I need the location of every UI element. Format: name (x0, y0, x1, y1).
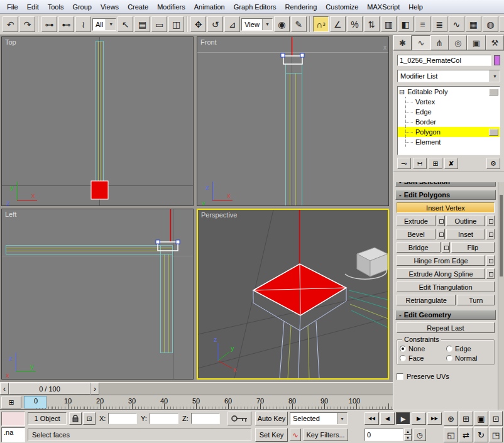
min-max-toggle-button[interactable]: ◳ (489, 427, 503, 442)
command-panel-scrollbar[interactable] (498, 182, 504, 410)
zoom-button[interactable]: ⊕ (444, 411, 458, 426)
spinner-snap-button[interactable]: ⇅ (364, 16, 380, 32)
constraint-normal-radio[interactable]: Normal (446, 354, 491, 362)
frame-spinner[interactable]: ▲ ▼ (404, 429, 412, 441)
current-frame-field[interactable] (364, 429, 403, 441)
select-and-manipulate-button[interactable]: ✎ (291, 16, 307, 32)
viewport-front[interactable]: Front x z x y (197, 36, 389, 206)
snaps-toggle-button[interactable]: ∩3 (313, 16, 329, 32)
menu-create[interactable]: Create (123, 1, 153, 13)
outline-button[interactable]: Outline (446, 216, 485, 226)
bevel-settings-button[interactable] (437, 229, 445, 239)
arc-rotate-button[interactable]: ↻ (474, 427, 488, 442)
hinge-settings-button[interactable] (486, 255, 495, 266)
stack-item-vertex[interactable]: Vertex (398, 97, 500, 107)
menu-animation[interactable]: Animation (190, 1, 229, 13)
select-and-move-button[interactable]: ✥ (190, 16, 206, 32)
redo-button[interactable]: ↷ (19, 16, 35, 32)
select-and-scale-button[interactable]: ⊿ (224, 16, 240, 32)
stack-item-border[interactable]: Border (398, 117, 500, 127)
curve-editor-button[interactable]: ∿ (449, 16, 464, 32)
select-and-rotate-button[interactable]: ↺ (207, 16, 223, 32)
time-slider[interactable]: ‹ 0 / 100 › (0, 382, 393, 395)
preserve-uvs-checkbox-row[interactable]: Preserve UVs (397, 373, 495, 380)
go-to-end-button[interactable]: ▶▶ (427, 412, 442, 425)
tab-hierarchy[interactable]: ⋔ (430, 35, 449, 50)
go-to-start-button[interactable]: ◀◀ (364, 412, 379, 425)
bridge-button[interactable]: Bridge (397, 242, 441, 253)
menu-help[interactable]: Help (404, 1, 427, 13)
menu-views[interactable]: Views (96, 1, 123, 13)
schematic-view-button[interactable]: ▦ (466, 16, 481, 32)
time-slider-next-button[interactable]: › (90, 383, 99, 395)
undo-button[interactable]: ↶ (3, 16, 18, 32)
selection-filter-combo[interactable]: All ▼ (92, 18, 116, 31)
x-coordinate-field[interactable] (108, 413, 137, 424)
zoom-extents-all-button[interactable]: ⊡ (489, 411, 503, 426)
menu-file[interactable]: File (3, 1, 23, 13)
set-keys-button[interactable] (227, 412, 251, 425)
menu-group[interactable]: Group (68, 1, 96, 13)
layer-manager-button[interactable]: ≣ (432, 16, 447, 32)
tab-modify[interactable]: ∿ (412, 35, 430, 50)
menu-customize[interactable]: Customize (321, 1, 363, 13)
key-filters-button[interactable]: Key Filters... (303, 429, 348, 441)
use-pivot-center-button[interactable]: ◉ (274, 16, 290, 32)
inset-settings-button[interactable] (486, 229, 495, 239)
maxscript-mini-listener[interactable]: .na (1, 427, 25, 442)
menu-graph-editors[interactable]: Graph Editors (229, 1, 281, 13)
menu-maxscript[interactable]: MAXScript (363, 1, 404, 13)
chevron-down-icon[interactable]: ▼ (106, 19, 116, 30)
viewport-perspective[interactable]: Perspective (197, 209, 389, 380)
viewport-top[interactable]: Top y x z (1, 36, 194, 206)
previous-frame-button[interactable]: ◀ (380, 412, 395, 425)
set-key-button[interactable]: Set Key (255, 428, 288, 442)
modifier-list-combo[interactable]: Modifier List ▼ (397, 70, 500, 82)
insert-vertex-button[interactable]: Insert Vertex (397, 202, 495, 213)
play-animation-button[interactable]: ▶ (396, 412, 410, 425)
open-mini-curve-editor-button[interactable]: ⊞ (1, 397, 21, 408)
window-crossing-button[interactable]: ◫ (168, 16, 184, 32)
tab-display[interactable]: ▣ (467, 35, 485, 50)
default-tangents-button[interactable]: ∿ (290, 429, 301, 441)
rollout-edit-polygons[interactable]: - Edit Polygons (395, 190, 496, 200)
menu-rendering[interactable]: Rendering (281, 1, 322, 13)
select-by-name-button[interactable]: ▤ (134, 16, 150, 32)
tree-collapse-icon[interactable]: ⊟ (399, 88, 405, 96)
region-zoom-button[interactable]: ◱ (444, 427, 458, 442)
bind-to-spacewarp-button[interactable]: ≀ (75, 16, 91, 32)
menu-edit[interactable]: Edit (23, 1, 43, 13)
repeat-last-button[interactable]: Repeat Last (397, 322, 495, 333)
time-slider-handle[interactable]: 0 / 100 (9, 383, 90, 395)
outline-settings-button[interactable] (486, 216, 495, 226)
select-object-button[interactable]: ↖ (118, 16, 133, 32)
key-mode-combo[interactable]: Selected ▼ (290, 412, 348, 425)
time-configuration-button[interactable]: ◷ (414, 429, 426, 441)
mirror-button[interactable]: ◧ (398, 16, 414, 32)
tab-create[interactable]: ✱ (393, 35, 412, 50)
angle-snap-button[interactable]: ∠ (330, 16, 346, 32)
pan-view-button[interactable]: ⇄ (459, 427, 473, 442)
material-editor-button[interactable]: ◍ (483, 16, 498, 32)
object-name-field[interactable] (397, 55, 491, 66)
bevel-button[interactable]: Bevel (397, 229, 436, 239)
stack-item-editable-poly[interactable]: ⊟ Editable Poly (398, 87, 500, 97)
pin-stack-button[interactable]: ⊸ (397, 158, 411, 169)
constraint-face-radio[interactable]: Face (400, 354, 445, 362)
edit-triangulation-button[interactable]: Edit Triangulation (397, 282, 495, 292)
remove-modifier-button[interactable]: ✘ (444, 158, 458, 169)
extrude-settings-button[interactable] (437, 216, 445, 226)
zoom-extents-button[interactable]: ▣ (474, 411, 488, 426)
macro-recorder-pane[interactable] (1, 412, 25, 426)
menu-modifiers[interactable]: Modifiers (153, 1, 190, 13)
stack-item-edge[interactable]: Edge (398, 107, 500, 117)
rollout-soft-selection[interactable]: - Soft Selection (395, 182, 496, 187)
select-and-link-button[interactable]: ⊶ (41, 16, 57, 32)
tab-utilities[interactable]: ⚒ (486, 35, 504, 50)
chevron-down-icon[interactable]: ▼ (262, 19, 272, 30)
zoom-all-button[interactable]: ⊞ (459, 411, 473, 426)
time-slider-prev-button[interactable]: ‹ (0, 383, 9, 395)
stack-item-element[interactable]: Element (398, 137, 500, 147)
show-end-result-button[interactable]: ∺ (413, 158, 427, 169)
constraint-none-radio[interactable]: None (400, 345, 445, 353)
